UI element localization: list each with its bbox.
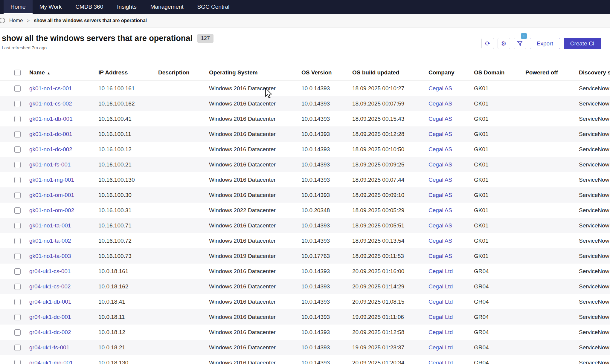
company-link[interactable]: Cegal AS: [428, 192, 452, 198]
nav-item-insights[interactable]: Insights: [110, 0, 143, 14]
cell-description: [157, 157, 208, 172]
name-link[interactable]: gk01-no1-dc-001: [29, 131, 72, 137]
table-row: gk01-no1-dc-00110.16.100.11Windows 2016 …: [0, 126, 610, 142]
company-link[interactable]: Cegal Ltd: [428, 344, 453, 351]
cell-os_build_updated: 18.09.2025 00:07:59: [351, 96, 427, 111]
row-checkbox[interactable]: [14, 238, 21, 244]
cell-company: Cegal Ltd: [427, 325, 473, 340]
name-link[interactable]: gk01-no1-om-001: [29, 192, 74, 198]
company-link[interactable]: Cegal Ltd: [428, 283, 453, 290]
row-checkbox[interactable]: [14, 329, 21, 336]
name-link[interactable]: gr04-uk1-dc-001: [29, 314, 71, 320]
name-link[interactable]: gk01-no1-ta-002: [29, 238, 71, 244]
name-link[interactable]: gk01-no1-dc-002: [29, 146, 72, 152]
name-link[interactable]: gk01-no1-ta-003: [29, 253, 71, 259]
export-button[interactable]: Export: [530, 38, 560, 49]
cell-description: [157, 294, 208, 309]
row-checkbox[interactable]: [14, 192, 21, 198]
gear-icon: ⚙: [501, 40, 507, 47]
column-header-os_domain[interactable]: OS Domain: [473, 65, 524, 81]
breadcrumb-home-link[interactable]: Home: [9, 18, 23, 24]
name-link[interactable]: gk01-no1-om-002: [29, 207, 74, 213]
company-link[interactable]: Cegal AS: [428, 146, 452, 152]
cell-name: gr04-uk1-cs-001: [28, 264, 97, 279]
row-checkbox[interactable]: [14, 146, 21, 153]
name-link[interactable]: gr04-uk1-mg-001: [29, 360, 73, 364]
name-link[interactable]: gr04-uk1-cs-002: [29, 283, 71, 290]
company-link[interactable]: Cegal AS: [428, 238, 452, 244]
create-ci-button[interactable]: Create CI: [564, 38, 601, 49]
nav-item-sgc-central[interactable]: SGC Central: [190, 0, 237, 14]
company-link[interactable]: Cegal AS: [428, 131, 452, 137]
company-link[interactable]: Cegal AS: [428, 222, 452, 229]
row-checkbox[interactable]: [14, 131, 21, 137]
cell-company: Cegal Ltd: [427, 340, 473, 355]
company-link[interactable]: Cegal Ltd: [428, 314, 453, 320]
settings-button[interactable]: ⚙: [498, 38, 510, 49]
row-checkbox[interactable]: [14, 284, 21, 290]
name-link[interactable]: gk01-no1-mg-001: [29, 177, 74, 183]
company-link[interactable]: Cegal Ltd: [428, 299, 453, 305]
company-link[interactable]: Cegal AS: [428, 177, 452, 183]
column-header-description[interactable]: Description: [157, 65, 208, 81]
row-checkbox[interactable]: [14, 345, 21, 351]
row-checkbox[interactable]: [14, 116, 21, 122]
column-header-powered_off[interactable]: Powered off: [524, 65, 578, 81]
name-link[interactable]: gr04-uk1-cs-001: [29, 268, 71, 274]
company-link[interactable]: Cegal AS: [428, 116, 452, 122]
cell-os: Windows 2019 Datacenter: [208, 248, 300, 264]
nav-item-my-work[interactable]: My Work: [33, 0, 69, 14]
row-checkbox[interactable]: [14, 85, 21, 92]
name-link[interactable]: gr04-uk1-fs-001: [29, 344, 69, 351]
column-header-os[interactable]: Operating System: [208, 65, 300, 81]
select-all-checkbox[interactable]: [14, 70, 21, 76]
company-link[interactable]: Cegal Ltd: [428, 329, 453, 335]
refresh-button[interactable]: ⟳: [481, 38, 494, 49]
company-link[interactable]: Cegal AS: [428, 253, 452, 259]
cell-os: Windows 2016 Datacenter: [208, 340, 300, 355]
nav-item-home[interactable]: Home: [4, 0, 33, 14]
column-header-discovery[interactable]: Discovery s: [578, 65, 610, 81]
column-header-os_build_updated[interactable]: OS build updated: [351, 65, 427, 81]
row-checkbox[interactable]: [14, 223, 21, 229]
row-checkbox[interactable]: [14, 101, 21, 107]
company-link[interactable]: Cegal AS: [428, 161, 452, 168]
cell-ip: 10.16.100.161: [97, 81, 157, 96]
column-header-company[interactable]: Company: [427, 65, 473, 81]
row-checkbox[interactable]: [14, 314, 21, 320]
row-checkbox[interactable]: [14, 162, 21, 168]
cell-os: Windows 2016 Datacenter: [208, 264, 300, 279]
cell-description: [157, 111, 208, 126]
column-header-ip[interactable]: IP Address: [97, 65, 157, 81]
name-link[interactable]: gk01-no1-ta-001: [29, 222, 71, 229]
company-link[interactable]: Cegal AS: [428, 207, 452, 213]
row-checkbox[interactable]: [14, 207, 21, 214]
name-link[interactable]: gk01-no1-fs-001: [29, 161, 71, 168]
nav-item-management[interactable]: Management: [144, 0, 190, 14]
company-link[interactable]: Cegal Ltd: [428, 268, 453, 274]
name-link[interactable]: gr04-uk1-db-001: [29, 299, 71, 305]
cell-os: Windows 2016 Datacenter: [208, 325, 300, 340]
name-link[interactable]: gk01-no1-cs-001: [29, 85, 72, 91]
row-checkbox[interactable]: [14, 177, 21, 183]
row-checkbox[interactable]: [14, 268, 21, 275]
company-link[interactable]: Cegal AS: [428, 85, 452, 91]
filter-button[interactable]: [514, 38, 526, 49]
cell-name: gk01-no1-cs-002: [28, 96, 97, 111]
name-link[interactable]: gk01-no1-db-001: [29, 116, 73, 122]
row-checkbox[interactable]: [14, 360, 21, 364]
row-select-cell: [0, 279, 28, 294]
row-checkbox[interactable]: [14, 253, 21, 259]
company-link[interactable]: Cegal Ltd: [428, 360, 453, 364]
column-header-name[interactable]: Name▲: [28, 65, 97, 81]
company-link[interactable]: Cegal AS: [428, 100, 452, 107]
nav-item-cmdb-360[interactable]: CMDB 360: [68, 0, 110, 14]
column-header-label-name: Name: [29, 69, 45, 76]
name-link[interactable]: gr04-uk1-dc-002: [29, 329, 71, 335]
cell-os_build_updated: 19.09.2025 01:11:06: [351, 309, 427, 325]
row-checkbox[interactable]: [14, 299, 21, 305]
name-link[interactable]: gk01-no1-cs-002: [29, 100, 72, 107]
cell-os_build_updated: 20.09.2025 01:20:34: [351, 355, 427, 364]
table-row: gk01-no1-om-00110.16.100.30Windows 2016 …: [0, 187, 610, 203]
column-header-os_version[interactable]: OS Version: [300, 65, 351, 81]
